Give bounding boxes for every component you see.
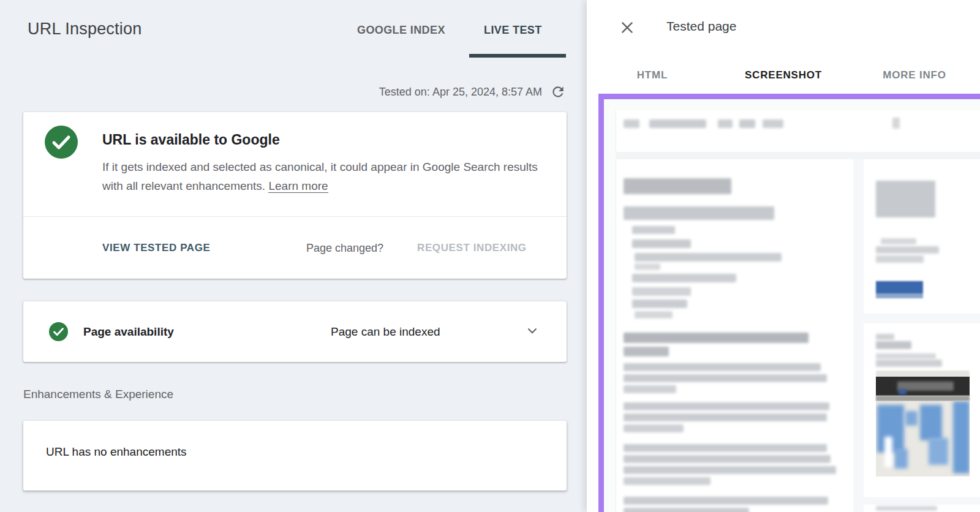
page-changed-label: Page changed?: [306, 241, 383, 254]
tab-html[interactable]: HTML: [587, 64, 718, 90]
status-title: URL is available to Google: [102, 132, 280, 148]
active-tab-underline: [469, 54, 566, 58]
blurred-block: [718, 119, 733, 128]
blurred-block: [763, 119, 783, 128]
preview-header-divider: [616, 152, 980, 159]
blurred-heading: [624, 206, 774, 220]
view-tested-page-button[interactable]: VIEW TESTED PAGE: [102, 242, 210, 254]
blurred-text-line: [624, 374, 827, 382]
success-check-icon-small: [49, 322, 68, 341]
map-blob: [929, 438, 948, 465]
blurred-block: [624, 119, 639, 128]
blurred-heading: [624, 178, 731, 194]
map-blob: [920, 405, 942, 440]
blurred-text-line: [876, 353, 936, 359]
blurred-text-line: [876, 506, 937, 511]
blurred-heading: [624, 333, 809, 343]
status-description: If it gets indexed and selected as canon…: [102, 157, 547, 195]
blurred-text-line: [624, 497, 828, 505]
blurred-text-line: [876, 360, 942, 367]
blurred-text-line: [624, 363, 821, 371]
blurred-block: [876, 396, 970, 401]
close-icon[interactable]: [619, 19, 636, 36]
blurred-list-item: [632, 287, 691, 296]
preview-column-gap: [853, 159, 864, 512]
blurred-block: [892, 118, 900, 129]
blurred-text-line: [876, 341, 911, 349]
map-blob: [905, 411, 918, 426]
enhancements-card: URL has no enhancements: [23, 421, 567, 491]
map-blob: [953, 401, 970, 473]
main-panel: URL Inspection GOOGLE INDEX LIVE TEST Te…: [0, 0, 587, 512]
blurred-list-item: [635, 263, 660, 270]
enhancements-section-title: Enhancements & Experience: [23, 388, 173, 401]
blurred-text-line: [624, 444, 827, 452]
success-check-icon: [45, 126, 78, 159]
blurred-list-item: [632, 299, 687, 308]
blurred-list-item: [632, 226, 675, 234]
map-blob: [884, 437, 892, 467]
blurred-text-line: [624, 385, 676, 393]
learn-more-link[interactable]: Learn more: [268, 179, 328, 193]
map-blob: [894, 449, 908, 469]
availability-value: Page can be indexed: [331, 325, 440, 339]
tab-screenshot[interactable]: SCREENSHOT: [718, 64, 849, 90]
blurred-list-item: [635, 253, 782, 262]
panel-title: Tested page: [666, 19, 736, 34]
page-availability-card[interactable]: Page availability Page can be indexed: [23, 301, 567, 362]
panel-tabs: HTML SCREENSHOT MORE INFO: [587, 64, 980, 90]
blurred-list-item: [635, 311, 673, 318]
tab-more-info[interactable]: MORE INFO: [849, 64, 980, 90]
blurred-image: [876, 371, 970, 377]
enhancements-text: URL has no enhancements: [46, 445, 187, 459]
blurred-block: [739, 119, 755, 128]
blurred-text-line: [624, 466, 836, 474]
blurred-map-image: [876, 401, 970, 476]
tested-on-label: Tested on: Apr 25, 2024, 8:57 AM: [379, 86, 542, 99]
blurred-text-line: [876, 246, 939, 254]
tested-page-panel: Tested page HTML SCREENSHOT MORE INFO: [587, 0, 980, 512]
refresh-icon[interactable]: [549, 83, 567, 100]
blurred-text-line: [876, 334, 894, 340]
tab-google-index[interactable]: GOOGLE INDEX: [357, 24, 445, 37]
blurred-blue-button: [876, 281, 923, 298]
blurred-text-line: [624, 508, 749, 512]
blurred-text-line: [624, 402, 829, 410]
blurred-block: [649, 119, 706, 128]
blurred-block: [899, 389, 907, 394]
request-indexing-button[interactable]: REQUEST INDEXING: [417, 242, 527, 254]
blurred-text-line: [624, 413, 827, 421]
status-card-footer: VIEW TESTED PAGE Page changed? REQUEST I…: [23, 217, 567, 279]
chevron-down-icon[interactable]: [524, 323, 540, 339]
blurred-text-line: [876, 255, 924, 263]
page-title: URL Inspection: [28, 20, 141, 39]
availability-label: Page availability: [83, 325, 174, 339]
blurred-heading: [624, 347, 669, 356]
blurred-list-item: [632, 239, 691, 248]
blurred-text-line: [624, 424, 684, 432]
tested-on-row: Tested on: Apr 25, 2024, 8:57 AM: [379, 83, 567, 100]
blurred-list-item: [632, 274, 736, 282]
status-card: URL is available to Google If it gets in…: [23, 112, 567, 279]
blurred-text-line: [881, 238, 916, 244]
blurred-dark-banner: [876, 377, 970, 396]
blurred-text-line: [624, 477, 710, 485]
blurred-text-line: [624, 455, 831, 463]
blurred-image: [876, 181, 935, 217]
tab-live-test[interactable]: LIVE TEST: [484, 24, 542, 37]
